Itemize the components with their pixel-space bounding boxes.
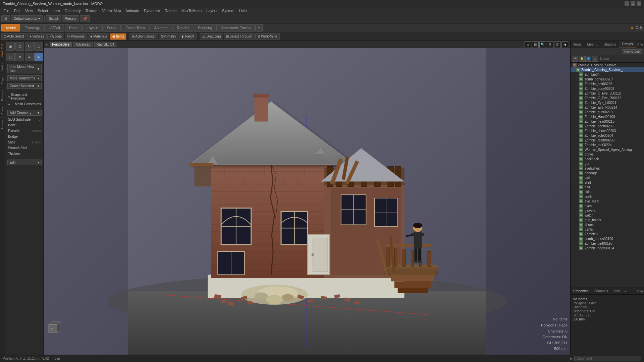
side-tab-edge[interactable]: Edge: [0, 74, 5, 87]
tab-paint[interactable]: Paint: [65, 24, 82, 32]
status-arrow-icon[interactable]: ▶: [570, 357, 573, 360]
scene-item[interactable]: Meyelashes: [571, 166, 644, 171]
scene-item[interactable]: Mhair: [571, 185, 644, 189]
polygons-button[interactable]: ⬡ Polygons: [65, 33, 87, 40]
menu-system[interactable]: System: [220, 8, 236, 13]
menu-geometry[interactable]: Geometry: [62, 8, 83, 13]
select-through-button[interactable]: ⊞ Select Through: [224, 33, 255, 40]
maximize-button[interactable]: □: [631, 1, 635, 6]
layout-icon-button[interactable]: ⊞: [1, 15, 10, 22]
edit-dropdown[interactable]: Edit ▾: [7, 160, 42, 165]
star-icon[interactable]: ★: [630, 25, 634, 30]
vp-zoom-in-button[interactable]: 🔍: [539, 41, 546, 48]
scene-item[interactable]: MZombie3: [571, 232, 644, 236]
tab-game-tools[interactable]: Game Tools: [121, 24, 150, 32]
tool-rotate-btn[interactable]: ↻: [25, 42, 34, 51]
tab-shading[interactable]: Shading: [601, 41, 619, 48]
groups-render-btn[interactable]: 🔷: [585, 56, 591, 62]
scene-item[interactable]: Mzomb_bones00199: [571, 236, 644, 241]
menu-select[interactable]: Select: [36, 8, 50, 13]
scene-item[interactable]: MZombie_pant00205: [571, 124, 644, 128]
tab-uvedit[interactable]: UVEdit: [44, 24, 64, 32]
smooth-shift-item[interactable]: Smooth Shift: [6, 145, 43, 150]
more-transforms-dropdown[interactable]: More Transforms ▾: [7, 75, 42, 81]
tool-move-btn[interactable]: ⬡: [15, 42, 24, 51]
item-menu-dropdown[interactable]: Item Menu: New Item ▾: [7, 64, 42, 73]
tab-lists[interactable]: Lists: [611, 289, 623, 294]
side-tab-curve[interactable]: Curve: [0, 104, 5, 117]
scene-item[interactable]: Mgun_holder: [571, 218, 644, 222]
tab-items[interactable]: Items: [571, 41, 584, 48]
scene-item[interactable]: MZombie_belt00206: [571, 81, 644, 86]
scene-item[interactable]: MZombie_Chasing_Survivor_...: [571, 67, 644, 72]
scene-item[interactable]: MZombie_body00202: [571, 86, 644, 91]
scene-item[interactable]: MZombie_C_Eye_L00212: [571, 91, 644, 96]
scene-root-item[interactable]: G Zombie_Chasing_Survivo...: [571, 63, 644, 67]
center-selected-dropdown[interactable]: Center Selected ▾: [7, 83, 42, 89]
scene-item[interactable]: MZombie_top00224: [571, 142, 644, 147]
scene-item[interactable]: Mteeth: [571, 194, 644, 199]
scene-item[interactable]: MZombie_Eye_L00211: [571, 100, 644, 105]
scene-item[interactable]: MZombie_head00215: [571, 119, 644, 124]
sculpt-button[interactable]: Sculpt: [46, 15, 61, 22]
groups-vis-btn[interactable]: 👁: [572, 56, 578, 62]
tab-animate[interactable]: Animate: [150, 24, 172, 32]
right-settings-icon[interactable]: ⚙: [636, 43, 639, 46]
menu-texture[interactable]: Texture: [84, 8, 100, 13]
scene-item[interactable]: Meyes: [571, 203, 644, 208]
menu-animate[interactable]: Animate: [123, 8, 141, 13]
tool-btn-7[interactable]: ➜: [25, 53, 34, 61]
scene-item[interactable]: MZombie_Hand00108: [571, 114, 644, 119]
vp-expand-button[interactable]: ◀: [561, 41, 568, 48]
close-button[interactable]: ✕: [637, 1, 641, 6]
groups-expand-btn[interactable]: □: [592, 56, 598, 62]
presets-button[interactable]: Presets: [62, 15, 79, 22]
bridge-item[interactable]: Bridge: [6, 134, 43, 139]
tab-model[interactable]: Model: [1, 24, 20, 32]
vp-home-button[interactable]: ⌂: [525, 41, 531, 48]
scene-item[interactable]: Mpants: [571, 227, 644, 232]
scene-item[interactable]: MZombie_shoes00203: [571, 128, 644, 133]
new-group-button[interactable]: New Group: [622, 49, 642, 54]
action-center-button[interactable]: ⊕ Action Center: [129, 33, 158, 40]
bottom-settings-icon[interactable]: ◀: [640, 289, 643, 293]
menu-vertex-map[interactable]: Vertex Map: [100, 8, 123, 13]
items-button[interactable]: ◉ Items: [110, 33, 126, 40]
tool-btn-8[interactable]: A: [34, 53, 43, 61]
menu-maxtomodo[interactable]: MaxToModo: [179, 8, 204, 13]
layouts-dropdown[interactable]: Default Layouts ▾: [11, 15, 43, 22]
scene-item[interactable]: Mbrows: [571, 152, 644, 157]
menu-render[interactable]: Render: [163, 8, 179, 13]
scene-item[interactable]: MZombie_body00194: [571, 246, 644, 250]
tab-add-button[interactable]: +: [623, 289, 628, 294]
side-tab-fusion[interactable]: Fusion: [0, 117, 5, 132]
scene-item[interactable]: Mbondage: [571, 171, 644, 175]
scene-item[interactable]: Mshirt: [571, 180, 644, 185]
scene-item[interactable]: Mbackpack: [571, 157, 644, 161]
scene-item[interactable]: MWoman_Special_Agent_Aiming: [571, 147, 644, 152]
add-tab-button[interactable]: +: [255, 24, 263, 32]
vp-layout-button[interactable]: ◫: [554, 41, 561, 48]
tool-btn-6[interactable]: ↻: [15, 53, 24, 61]
scene-item[interactable]: Mshoes: [571, 222, 644, 227]
tab-scripting[interactable]: Scripting: [194, 24, 217, 32]
tab-render[interactable]: Render: [172, 24, 193, 32]
vp-zoom-fit-button[interactable]: ⊡: [532, 41, 539, 48]
tool-scale-btn[interactable]: △: [34, 42, 43, 51]
menu-dynamics[interactable]: Dynamics: [142, 8, 162, 13]
add-geometry-dropdown[interactable]: Add Geometry ▾: [7, 110, 42, 116]
bevel-item[interactable]: Bevel: [6, 123, 43, 128]
right-expand-icon[interactable]: ◀: [640, 43, 643, 46]
tab-groups[interactable]: Groups: [619, 41, 636, 48]
tab-mesh[interactable]: Mesh...: [584, 41, 601, 48]
symmetry-button[interactable]: Symmetry: [159, 33, 178, 40]
workplane-button[interactable]: ⊟ WorkPlane: [255, 33, 280, 40]
tab-topology[interactable]: Topology: [20, 24, 44, 32]
menu-edit[interactable]: Edit: [12, 8, 22, 13]
menu-view[interactable]: View: [23, 8, 35, 13]
bottom-expand-icon[interactable]: ⚙: [636, 289, 639, 293]
scene-item[interactable]: Mjacket: [571, 175, 644, 180]
mesh-constraints-item[interactable]: ● Mesh Constraints: [6, 102, 43, 107]
scene-item[interactable]: Mglovers: [571, 208, 644, 213]
tab-channels[interactable]: Channels: [591, 289, 611, 294]
